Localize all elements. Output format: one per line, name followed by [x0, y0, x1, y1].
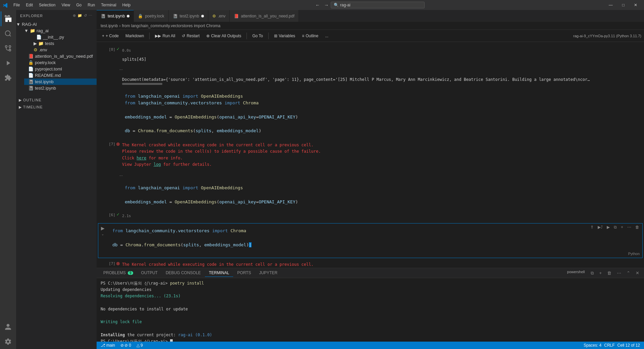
- activity-bar: [0, 10, 16, 349]
- panel-tab-problems[interactable]: PROBLEMS 9: [99, 269, 137, 277]
- panel-tab-ports[interactable]: PORTS: [233, 269, 255, 277]
- sidebar-item-readme[interactable]: 📄 README.md: [24, 72, 97, 79]
- sidebar-item-test2-ipynb[interactable]: 📓 test2.ipynb: [24, 85, 97, 91]
- activity-extensions[interactable]: [1, 70, 15, 85]
- minimize-button[interactable]: —: [605, 1, 617, 9]
- activity-account[interactable]: [1, 319, 15, 334]
- cell-add-below-button[interactable]: +: [619, 224, 625, 230]
- panel-tab-debug[interactable]: DEBUG CONSOLE: [162, 269, 205, 277]
- goto-button[interactable]: Go To: [250, 33, 266, 39]
- code-cell-embed-only-code[interactable]: from langchain_openai import OpenAIEmbed…: [119, 182, 644, 208]
- search-box[interactable]: 🔍: [331, 2, 425, 8]
- activity-explorer[interactable]: [1, 11, 15, 26]
- clear-outputs-button[interactable]: ⊗ Clear All Outputs: [204, 33, 244, 39]
- refresh-icon[interactable]: ↺: [84, 13, 87, 18]
- new-folder-icon[interactable]: 📁: [77, 13, 83, 18]
- menu-edit[interactable]: Edit: [23, 2, 36, 8]
- nav-back-button[interactable]: ←: [313, 2, 322, 8]
- status-encoding[interactable]: CRLF: [603, 343, 616, 348]
- menu-run[interactable]: Run: [85, 2, 98, 8]
- panel-tab-terminal[interactable]: TERMINAL: [205, 269, 233, 277]
- cell-6-body: 2.1s: [119, 210, 644, 222]
- terminal-content[interactable]: PS C:\Users\어둠의 신\rag-ai> poetry install…: [97, 278, 644, 342]
- maximize-button[interactable]: □: [618, 1, 629, 9]
- cell-run-above-button[interactable]: ▶⤴: [596, 224, 604, 230]
- panel-split-button[interactable]: ⧉: [589, 270, 596, 277]
- menu-go[interactable]: Go: [73, 2, 84, 8]
- expand-cell-button[interactable]: ⌄: [101, 232, 104, 236]
- sidebar-item-pdf[interactable]: 📕 attention_is_all_you_need.pdf: [24, 53, 97, 59]
- activity-settings[interactable]: [1, 334, 15, 349]
- collapse-icon[interactable]: ⋯: [89, 13, 93, 18]
- activity-search[interactable]: [1, 26, 15, 41]
- cell-delete-button[interactable]: 🗑: [634, 224, 641, 230]
- log-link-1[interactable]: log: [154, 162, 161, 167]
- run-all-button[interactable]: ▶▶ Run All: [152, 33, 178, 39]
- status-errors[interactable]: ⊘ ⊘ 0: [119, 343, 132, 348]
- activity-source-control[interactable]: [1, 41, 15, 56]
- panel-tab-output[interactable]: OUTPUT: [137, 269, 162, 277]
- tab-poetry-lock[interactable]: 🔒 poetry.lock: [134, 10, 168, 22]
- status-cell-info[interactable]: Cell 12 of 12: [616, 343, 641, 348]
- cell-split-button[interactable]: ⧉: [612, 224, 619, 230]
- cell-move-up-button[interactable]: ⇑: [589, 224, 595, 230]
- panel-more-button[interactable]: ⋯: [615, 270, 623, 277]
- menu-help[interactable]: Help: [120, 2, 133, 8]
- scroll-indicator[interactable]: [122, 83, 162, 85]
- sidebar-item-rag-ai[interactable]: ▼ 📁 rag_ai: [21, 28, 97, 34]
- terminal-prompt-1: PS C:\Users\어둠의 신\rag-ai>: [101, 281, 170, 286]
- menu-file[interactable]: File: [11, 2, 22, 8]
- panel-close-button[interactable]: ✕: [634, 270, 641, 277]
- code-cell-embed-code[interactable]: from langchain_openai import OpenAIEmbed…: [119, 90, 644, 138]
- close-button[interactable]: ✕: [630, 1, 641, 9]
- breadcrumb: test.ipynb › from langchain_community.ve…: [97, 22, 644, 30]
- tab-test-ipynb-label: test.ipynb: [108, 14, 125, 18]
- search-input[interactable]: [340, 3, 407, 7]
- nav-forward-button[interactable]: →: [322, 2, 331, 8]
- menu-terminal[interactable]: Terminal: [98, 2, 119, 8]
- tab-test-ipynb[interactable]: 📓 test.ipynb: [97, 10, 134, 22]
- sidebar-item-test-ipynb[interactable]: 📓 test.ipynb: [24, 79, 97, 85]
- sidebar-item-env[interactable]: ⚙ .env: [30, 47, 97, 53]
- restart-button[interactable]: ↺ Restart: [179, 33, 202, 39]
- panel-trash-button[interactable]: 🗑: [605, 270, 613, 277]
- activity-run-debug[interactable]: [1, 56, 15, 70]
- sidebar-item-init[interactable]: 📄 __init__.py: [32, 34, 97, 40]
- variables-button[interactable]: ⊞ Variables: [271, 33, 298, 39]
- status-spaces[interactable]: Spaces: 4: [582, 343, 603, 348]
- outline-button[interactable]: ≡ Outline: [299, 33, 321, 39]
- breadcrumb-path[interactable]: from langchain_community.vectorstores im…: [122, 23, 220, 28]
- vscode-logo-icon: [3, 2, 8, 8]
- cell-language: Python: [107, 251, 642, 256]
- dots-text-1: ···: [119, 66, 644, 72]
- tab-pdf[interactable]: 📕 attention_is_all_you_need.pdf: [230, 10, 299, 22]
- breadcrumb-file[interactable]: test.ipynb: [101, 23, 118, 28]
- kernel-info[interactable]: rag-ai-9_cYYmOa-py3.11 (Python 3.11.7): [573, 34, 641, 38]
- cell-more-button[interactable]: ⋯: [626, 224, 633, 230]
- status-warnings[interactable]: △ 9: [135, 343, 144, 348]
- here-link-1[interactable]: here: [137, 156, 146, 160]
- tab-env[interactable]: ⚙ .env: [208, 10, 230, 22]
- panel-maximize-button[interactable]: ⌃: [625, 270, 632, 277]
- more-button[interactable]: ...: [322, 33, 331, 39]
- sidebar-item-tests[interactable]: ▶ 📁 tests: [30, 40, 97, 47]
- run-cell-button[interactable]: ▶: [100, 225, 105, 232]
- active-cell-code[interactable]: from langchain_community.vectorstores im…: [107, 225, 642, 251]
- menu-selection[interactable]: Selection: [36, 2, 58, 8]
- sidebar-item-pyproject[interactable]: 📄 pyproject.toml: [24, 66, 97, 72]
- timeline-section[interactable]: ▶ TIMELINE: [16, 104, 97, 111]
- panel-tab-jupyter[interactable]: JUPYTER: [255, 269, 281, 277]
- outline-section[interactable]: ▶ OUTLINE: [16, 97, 97, 104]
- cell-run-button-2[interactable]: ▶: [605, 224, 611, 230]
- menu-view[interactable]: View: [59, 2, 73, 8]
- status-git[interactable]: ⎇ main: [99, 343, 116, 348]
- panel-add-button[interactable]: +: [597, 270, 604, 277]
- new-file-icon[interactable]: ⊕: [73, 13, 76, 18]
- chevron-down-icon: ▼: [16, 22, 20, 27]
- sidebar-item-poetry-lock[interactable]: 🔒 poetry.lock: [24, 59, 97, 66]
- tree-root-folder[interactable]: ▼ RAG-AI: [16, 21, 97, 28]
- tab-test2-ipynb[interactable]: 📓 test2.ipynb: [169, 10, 208, 22]
- markdown-button[interactable]: Markdown: [123, 33, 147, 39]
- outline-icon: ≡: [302, 34, 304, 38]
- add-code-button[interactable]: + + Code: [99, 33, 121, 39]
